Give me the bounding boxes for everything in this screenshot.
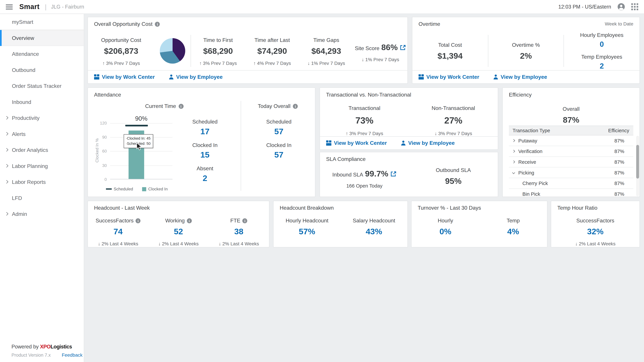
external-link-icon[interactable] <box>400 44 406 50</box>
clock-text: 12:03 PM - US/Eastern <box>558 4 611 9</box>
metric-value: $64,293 <box>299 46 353 56</box>
metric-opportunity-cost: Opportunity Cost $206,873 ↑ 3% Prev 7 Da… <box>88 36 154 66</box>
view-by-work-center-link[interactable]: View by Work Center <box>94 74 155 80</box>
metric-value: 57% <box>274 227 340 236</box>
title-divider: | <box>45 3 46 10</box>
sidebar-item-productivity[interactable]: Productivity <box>0 110 84 126</box>
metric-transactional: Transactional 73% ↑ 3% Prev 7 Days <box>320 104 409 136</box>
sidebar-item-label: Order Analytics <box>12 147 48 153</box>
sidebar: mySmart Overview Attendance Outbound Ord… <box>0 14 84 362</box>
sidebar-item-order-status-tracker[interactable]: Order Status Tracker <box>0 78 84 94</box>
efficiency-overall: Overall 87% <box>503 105 640 125</box>
metric-value: 2% <box>488 51 564 61</box>
metric-delta: ↓ 1% Prev 7 Days <box>299 61 353 65</box>
sidebar-item-inbound[interactable]: Inbound <box>0 94 84 110</box>
metric-label: Opportunity Cost <box>101 37 141 43</box>
apps-grid-icon[interactable] <box>631 3 638 10</box>
xpo-logo-black: Logistics <box>50 344 72 350</box>
table-row-putaway[interactable]: Putaway87% <box>509 135 633 146</box>
sidebar-item-labor-reports[interactable]: Labor Reports <box>0 174 84 190</box>
stat-scheduled: Scheduled 57 <box>252 119 306 136</box>
column-transaction-type: Transaction Type <box>512 128 550 133</box>
table-row-picking[interactable]: Picking87% <box>509 167 633 178</box>
sidebar-item-alerts[interactable]: Alerts <box>0 126 84 142</box>
account-icon[interactable] <box>617 3 625 11</box>
chart-legend: Scheduled Clocked In <box>98 187 176 191</box>
employee-icon <box>401 140 406 146</box>
sidebar-footer: Powered by XPOLogistics Product Version … <box>12 344 82 358</box>
feedback-link[interactable]: Feedback <box>62 353 82 358</box>
info-icon[interactable] <box>136 218 140 223</box>
table-row-receive[interactable]: Receive87% <box>509 157 633 168</box>
metric-salary-headcount: Salary Headcount 43% <box>340 217 407 237</box>
sidebar-item-lfd[interactable]: LFD <box>0 190 84 206</box>
metric-delta: ↑ 3% Prev 7 Days <box>88 61 154 65</box>
sidebar-item-label: Inbound <box>12 99 31 105</box>
metric-delta: ↑ 3% Prev 7 Days <box>320 131 409 136</box>
metric-value: 0% <box>412 227 479 236</box>
sidebar-item-admin[interactable]: Admin <box>0 206 84 222</box>
card-title: SLA Compliance <box>326 156 366 162</box>
metric-temp-employees: Temp Employees 2 <box>564 53 640 70</box>
info-icon[interactable] <box>187 218 192 223</box>
powered-by: Powered by XPOLogistics <box>12 344 82 350</box>
info-icon[interactable] <box>178 104 183 108</box>
metric-delta: ↓ 3% Prev 7 Days <box>409 131 498 136</box>
sidebar-item-attendance[interactable]: Attendance <box>0 46 84 62</box>
card-turnover: Turnover % - Last 30 Days Hourly 0% Temp… <box>411 201 548 248</box>
metric-value: 0 <box>564 40 640 49</box>
metric-label: Hourly Employees <box>580 32 623 38</box>
external-link-icon[interactable] <box>391 171 396 177</box>
metric-label: SuccessFactors <box>576 218 614 224</box>
metric-delta: ↑ 3% Prev 7 Days <box>191 61 245 65</box>
scrollbar-thumb[interactable] <box>636 145 639 178</box>
card-attendance: Attendance Current Time Today Overall Cl… <box>88 87 316 197</box>
chevron-down-icon <box>512 171 515 174</box>
sidebar-item-outbound[interactable]: Outbound <box>0 62 84 78</box>
table-row-cherry-pick[interactable]: Cherry Pick87% <box>509 178 633 189</box>
scheduled-line <box>125 125 148 126</box>
sidebar-item-order-analytics[interactable]: Order Analytics <box>0 142 84 158</box>
metric-temp-successfactors: SuccessFactors 32% ↓ 2% Last 4 Weeks <box>551 217 640 246</box>
info-icon[interactable] <box>242 218 247 223</box>
metric-label: Outbound SLA <box>436 167 471 173</box>
sidebar-item-labor-planning[interactable]: Labor Planning <box>0 158 84 174</box>
metric-value: 52 <box>148 227 209 236</box>
bar-headline-percent: 90% <box>110 115 172 122</box>
sidebar-item-mysmart[interactable]: mySmart <box>0 14 84 30</box>
y-tick: 90 <box>94 135 107 139</box>
view-by-work-center-link[interactable]: View by Work Center <box>326 140 387 146</box>
metric-fte: FTE 38 ↓ 2% Last 4 Weeks <box>209 217 269 246</box>
card-title: Turnover % - Last 30 Days <box>418 205 481 211</box>
current-time-stats: Scheduled 17 Clocked In 15 Absent 2 <box>186 119 224 183</box>
view-by-work-center-link[interactable]: View by Work Center <box>418 74 479 80</box>
menu-icon[interactable] <box>6 4 13 9</box>
site-name: JLG - Fairburn <box>51 4 84 9</box>
card-headcount-last-week: Headcount - Last Week SuccessFactors 74 … <box>88 201 270 248</box>
table-row-bin-pick[interactable]: Bin Pick87% <box>509 189 633 197</box>
info-icon[interactable] <box>293 104 298 108</box>
sidebar-item-overview[interactable]: Overview <box>0 30 84 46</box>
current-time-header: Current Time <box>88 103 241 109</box>
top-bar: Smart | JLG - Fairburn 12:03 PM - US/Eas… <box>0 0 644 14</box>
card-title: Temp Hour Ratio <box>557 205 598 211</box>
metric-inbound-sla: Inbound SLA 99.7% 166 Open Today <box>320 166 409 189</box>
app-title: Smart <box>19 3 40 11</box>
view-by-employee-link[interactable]: View by Employee <box>493 74 547 80</box>
card-title: Attendance <box>94 91 121 98</box>
table-row-verification[interactable]: Verification87% <box>509 146 633 157</box>
info-icon[interactable] <box>155 22 160 26</box>
metric-value: 74 <box>88 227 148 236</box>
metric-value: 43% <box>340 227 407 236</box>
attendance-bar-chart: Clocked In % 120 90 60 30 0 90% ·Clocked… <box>94 119 180 197</box>
chevron-right-icon <box>5 148 8 151</box>
metric-successfactors: SuccessFactors 74 ↓ 2% Last 4 Weeks <box>88 217 148 246</box>
sidebar-item-label: Productivity <box>12 115 40 121</box>
card-headcount-breakdown: Headcount Breakdown Hourly Headcount 57%… <box>273 201 408 248</box>
metric-label: Time to First <box>203 37 233 43</box>
metric-delta: ↓ 2% Last 4 Weeks <box>148 241 209 246</box>
sidebar-item-label: Overview <box>12 35 34 41</box>
view-by-employee-link[interactable]: View by Employee <box>169 74 222 80</box>
view-by-employee-link[interactable]: View by Employee <box>401 140 455 146</box>
metric-label: Temp Employees <box>581 54 622 60</box>
